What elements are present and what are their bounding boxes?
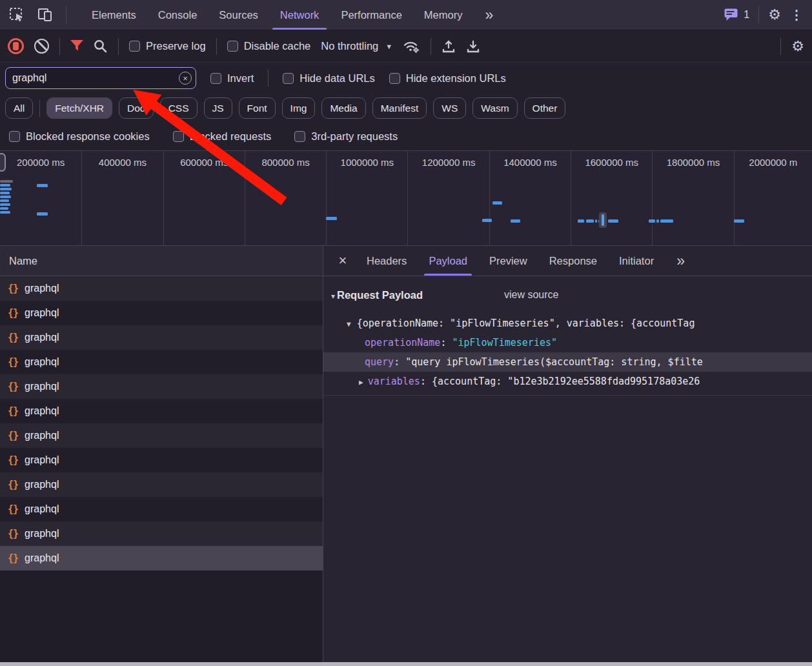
checkbox-3rd-party-requests[interactable]: 3rd-party requests — [294, 130, 398, 143]
checkbox-label: Blocked response cookies — [26, 130, 150, 143]
filter-chip-fetch-xhr[interactable]: Fetch/XHR — [46, 97, 112, 119]
timeline-overview[interactable]: 200000 ms 400000 ms 600000 ms 800000 ms … — [0, 151, 812, 246]
hide-extension-urls-checkbox[interactable] — [389, 73, 400, 84]
filter-chip-manifest[interactable]: Manifest — [372, 97, 427, 119]
request-row[interactable]: {} graphql — [0, 423, 323, 448]
preserve-log-checkbox[interactable] — [129, 41, 140, 52]
detail-tab-response[interactable]: Response — [538, 246, 608, 276]
filter-input[interactable] — [5, 67, 196, 89]
detail-tab-initiator[interactable]: Initiator — [608, 246, 665, 276]
export-har-button[interactable] — [466, 39, 480, 54]
issues-message-icon[interactable] — [724, 8, 738, 21]
inspect-element-icon[interactable] — [9, 7, 25, 23]
request-timing-bar — [326, 217, 337, 220]
request-timing-bar — [492, 201, 502, 205]
request-row[interactable]: {} graphql — [0, 374, 323, 399]
request-row[interactable]: {} graphql — [0, 301, 323, 325]
filter-chip-all[interactable]: All — [5, 97, 33, 119]
payload-root-line[interactable]: ▼{operationName: "ipFlowTimeseries", var… — [323, 314, 812, 333]
request-row[interactable]: {} graphql — [0, 448, 323, 472]
more-panels-icon[interactable]: » — [473, 8, 505, 23]
request-row[interactable]: {} graphql — [0, 276, 323, 301]
filter-chip-img[interactable]: Img — [282, 97, 316, 119]
request-row[interactable]: {} graphql — [0, 399, 323, 423]
tab-performance[interactable]: Performance — [330, 0, 412, 30]
timeline-tick-label: 1400000 ms — [503, 157, 557, 168]
payload-line-operation-name[interactable]: operationName: "ipFlowTimeseries" — [323, 333, 812, 352]
more-options-icon[interactable]: ⋮ — [790, 8, 803, 21]
invert-toggle[interactable]: Invert — [210, 72, 254, 85]
filter-toggle-button[interactable] — [70, 40, 83, 52]
filter-chip-wasm[interactable]: Wasm — [472, 97, 517, 119]
tab-elements[interactable]: Elements — [81, 0, 147, 30]
timeline-column: 200000 ms — [0, 151, 81, 245]
filter-chip-font[interactable]: Font — [239, 97, 276, 119]
close-details-icon[interactable]: × — [330, 254, 356, 268]
overview-grip[interactable] — [0, 153, 6, 172]
details-tab-label: Initiator — [619, 255, 654, 267]
json-braces-icon: {} — [8, 405, 18, 417]
filter-chip-js[interactable]: JS — [204, 97, 232, 119]
hide-data-urls-checkbox[interactable] — [283, 73, 294, 84]
collapse-triangle-icon[interactable]: ▾ — [331, 287, 335, 306]
preserve-log-toggle[interactable]: Preserve log — [129, 40, 206, 52]
hide-extension-urls-toggle[interactable]: Hide extension URLs — [389, 72, 506, 85]
filter-chip-ws[interactable]: WS — [433, 97, 466, 119]
search-button[interactable] — [94, 39, 108, 54]
checkbox-label: Blocked requests — [190, 130, 272, 143]
hide-data-urls-toggle[interactable]: Hide data URLs — [283, 72, 374, 85]
record-network-log-button[interactable] — [8, 38, 24, 54]
request-row[interactable]: {} graphql — [0, 497, 323, 521]
request-row[interactable]: {} graphql — [0, 521, 323, 546]
filter-chip-css[interactable]: CSS — [160, 97, 198, 119]
network-conditions-button[interactable] — [403, 39, 420, 54]
tree-expanded-icon[interactable]: ▼ — [347, 320, 351, 328]
more-details-tabs-icon[interactable]: » — [665, 254, 696, 268]
filter-chip-media[interactable]: Media — [321, 97, 365, 119]
checkbox-blocked-response-cookies[interactable]: Blocked response cookies — [9, 130, 150, 143]
detail-tab-headers[interactable]: Headers — [356, 246, 418, 276]
request-timing-bar — [734, 219, 744, 223]
payload-line-query[interactable]: query: "query ipFlowTimeseries($accountT… — [323, 352, 812, 372]
tab-memory[interactable]: Memory — [413, 0, 474, 30]
clear-network-log-button[interactable] — [34, 39, 49, 54]
timeline-tick-label: 2000000 m — [749, 157, 797, 168]
invert-checkbox[interactable] — [210, 73, 221, 84]
funnel-icon — [70, 40, 83, 52]
divider — [216, 38, 217, 55]
device-toolbar-icon[interactable] — [37, 8, 53, 22]
payload-divider — [323, 395, 812, 396]
payload-key: query — [365, 356, 394, 368]
detail-tab-preview[interactable]: Preview — [478, 246, 538, 276]
timeline-tick-label: 1600000 ms — [585, 157, 638, 168]
tab-network[interactable]: Network — [269, 0, 330, 30]
tab-sources[interactable]: Sources — [208, 0, 269, 30]
payload-line-variables[interactable]: ▶variables: {accountTag: "b12e3b2192ee55… — [323, 372, 812, 391]
tree-collapsed-icon[interactable]: ▶ — [359, 378, 363, 387]
filter-chip-other[interactable]: Other — [524, 97, 566, 119]
detail-tab-payload[interactable]: Payload — [418, 246, 478, 276]
request-name: graphql — [25, 430, 59, 441]
checkbox[interactable] — [173, 131, 184, 142]
view-source-link[interactable]: view source — [504, 285, 558, 305]
disable-cache-checkbox[interactable] — [227, 41, 238, 52]
import-har-button[interactable] — [442, 39, 456, 54]
throttling-select[interactable]: No throttling ▼ — [321, 40, 392, 52]
settings-gear-icon[interactable]: ⚙ — [768, 8, 781, 22]
checkbox[interactable] — [294, 131, 305, 142]
checkbox-blocked-requests[interactable]: Blocked requests — [173, 130, 272, 143]
request-row[interactable]: {} graphql — [0, 350, 323, 374]
clear-filter-icon[interactable]: × — [179, 72, 192, 85]
request-row[interactable]: {} graphql — [0, 472, 323, 497]
request-name: graphql — [25, 307, 59, 319]
disable-cache-toggle[interactable]: Disable cache — [227, 40, 311, 52]
filter-chip-doc[interactable]: Doc — [119, 97, 154, 119]
request-row[interactable]: {} graphql — [0, 546, 323, 570]
request-row[interactable]: {} graphql — [0, 325, 323, 350]
checkbox[interactable] — [9, 131, 20, 142]
chevron-down-icon: ▼ — [385, 43, 392, 50]
record-icon — [8, 38, 24, 54]
network-settings-gear-icon[interactable]: ⚙ — [791, 39, 804, 54]
tab-console[interactable]: Console — [147, 0, 208, 30]
name-column-header[interactable]: Name — [0, 246, 323, 276]
